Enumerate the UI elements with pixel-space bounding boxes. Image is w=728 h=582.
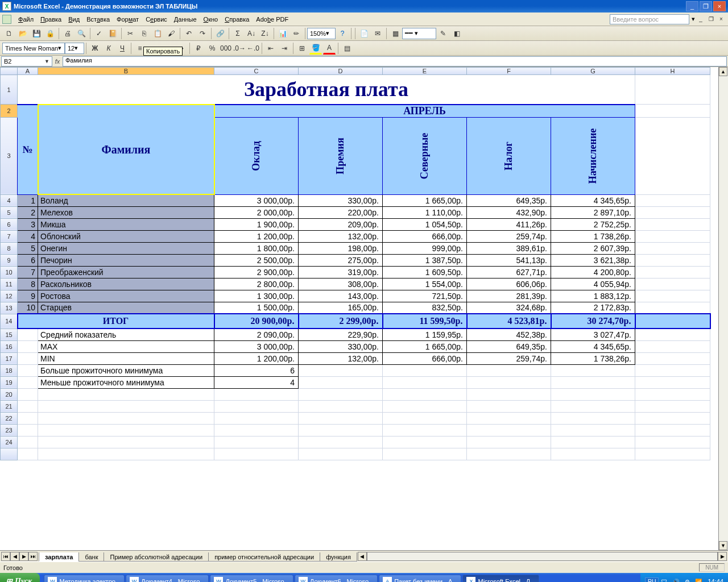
font-dropdown[interactable]: Times New Roman ▾ [2,43,65,54]
cell-value[interactable]: 1 054,50р. [383,218,467,230]
row-header[interactable]: 2 [1,105,18,118]
cell-name[interactable]: Ростова [38,290,214,302]
stat-value[interactable]: 3 000,00р. [214,340,299,352]
cell-name[interactable]: Онегин [38,242,214,254]
zoom-dropdown[interactable]: 150% ▾ [307,28,336,39]
cell-value[interactable]: 4 200,80р. [551,266,635,278]
row-header[interactable]: 7 [1,230,18,242]
spreadsheet-grid[interactable]: A B C D E F G H 1 Заработная плата 2 № Ф… [0,67,711,460]
col-header[interactable]: H [635,68,710,75]
taskbar-item[interactable]: WМетодичка электро... [44,575,125,582]
italic-icon[interactable]: К [102,42,115,55]
menu-tools[interactable]: Сервис [142,14,171,24]
stat-value[interactable]: 2 090,00р. [214,329,299,340]
row-header[interactable]: 4 [1,194,18,206]
sheet-tab[interactable]: Пример абсолютной адресации [104,552,209,562]
menu-edit[interactable]: Правка [37,14,65,24]
cell-value[interactable]: 324,68р. [467,302,551,314]
cell-value[interactable]: 2 607,39р. [551,242,635,254]
row-header[interactable] [1,448,18,460]
row-header[interactable]: 12 [1,290,18,302]
row-header[interactable]: 19 [1,376,18,388]
cell-value[interactable]: 165,00р. [299,302,383,314]
name-box[interactable]: B2▼ [1,56,52,66]
cell-value[interactable]: 1 738,26р. [551,230,635,242]
cell-name[interactable]: Преображенский [38,266,214,278]
cell-value[interactable]: 3 000,00р. [214,194,299,206]
increase-indent-icon[interactable]: ⇥ [278,42,291,55]
autosum-icon[interactable]: Σ [231,27,244,40]
stat-value[interactable]: 3 027,47р. [551,329,635,340]
cell-value[interactable]: 319,00р. [299,266,383,278]
copy-icon[interactable]: ⎘ [138,27,150,40]
row-header[interactable]: 8 [1,242,18,254]
cell-num[interactable]: 2 [18,206,38,218]
sort-asc-icon[interactable]: A↓ [245,27,258,40]
menu-data[interactable]: Данные [171,14,200,24]
scroll-left-icon[interactable]: ◀ [358,552,367,561]
cell-name[interactable]: Мелехов [38,206,214,218]
close-button[interactable]: × [713,1,726,11]
cell-num[interactable]: 9 [18,290,38,302]
cell-value[interactable]: 541,13р. [467,254,551,266]
research-icon[interactable]: 📔 [106,27,119,40]
stat-value[interactable]: 1 159,95р. [383,329,467,340]
cell-value[interactable]: 432,90р. [467,206,551,218]
total-cell[interactable]: 30 274,70р. [551,314,635,329]
cell-value[interactable]: 1 554,00р. [383,278,467,290]
borders-icon[interactable]: ⊞ [296,42,308,55]
cell-value[interactable]: 411,26р. [467,218,551,230]
row-header[interactable]: 17 [1,352,18,364]
header-col[interactable]: Премия [299,117,383,194]
decrease-decimal-icon[interactable]: ←.0 [247,42,259,55]
cell-name[interactable]: Печорин [38,254,214,266]
font-size-dropdown[interactable]: 12 ▾ [65,43,84,54]
cell-value[interactable]: 832,50р. [383,302,467,314]
cell-value[interactable]: 389,61р. [467,242,551,254]
formula-input[interactable]: Фамилия [63,56,727,66]
permission-icon[interactable]: 🔒 [44,27,56,40]
cell-num[interactable]: 3 [18,218,38,230]
cell-num[interactable]: 6 [18,254,38,266]
col-header[interactable]: A [18,68,38,75]
cell-value[interactable]: 2 897,10р. [551,206,635,218]
vertical-scrollbar[interactable]: ▲ ▼ [718,67,728,550]
redo-icon[interactable]: ↷ [196,27,209,40]
language-indicator[interactable]: RU [645,577,659,583]
cell-value[interactable]: 1 883,12р. [551,290,635,302]
total-cell[interactable]: 2 299,00р. [299,314,383,329]
stat-value[interactable]: 1 665,00р. [383,340,467,352]
stat-value[interactable]: 259,74р. [467,352,551,364]
cell-value[interactable]: 2 752,25р. [551,218,635,230]
cell-value[interactable]: 2 900,00р. [214,266,299,278]
row-header[interactable]: 20 [1,388,18,400]
row-header[interactable]: 9 [1,254,18,266]
cell-value[interactable]: 259,74р. [467,230,551,242]
tray-icon[interactable]: 🔊 [671,577,680,582]
stat-value[interactable]: 649,35р. [467,340,551,352]
format-painter-icon[interactable]: 🖌 [165,27,177,40]
menu-file[interactable]: Файл [15,14,37,24]
font-color-icon[interactable]: A [323,42,336,55]
extra-label[interactable]: Меньше прожиточного минимума [38,376,214,388]
sheet-tab[interactable]: пример относительной адресации [208,552,320,562]
currency-icon[interactable]: ₽ [192,42,205,55]
cell-value[interactable]: 4 055,94р. [551,278,635,290]
chart-icon[interactable]: 📊 [276,27,289,40]
cell-value[interactable]: 275,00р. [299,254,383,266]
cell-num[interactable]: 8 [18,278,38,290]
undo-icon[interactable]: ↶ [183,27,195,40]
underline-icon[interactable]: Ч [116,42,129,55]
taskbar-item[interactable]: WДокумент6 - Microso... [295,575,378,582]
cell-value[interactable]: 3 621,38р. [551,254,635,266]
fill-color-icon[interactable]: 🪣 [309,42,322,55]
tab-first-icon[interactable]: ⏮ [1,552,10,561]
cell-value[interactable]: 1 200,00р. [214,230,299,242]
cell-name[interactable]: Раскольников [38,278,214,290]
cell-name[interactable]: Микша [38,218,214,230]
tab-last-icon[interactable]: ⏭ [28,552,38,561]
header-family[interactable]: Фамилия [38,105,214,195]
start-button[interactable]: ⊞ Пуск [0,573,40,582]
header-col[interactable]: Налог [467,117,551,194]
col-header[interactable]: F [467,68,551,75]
